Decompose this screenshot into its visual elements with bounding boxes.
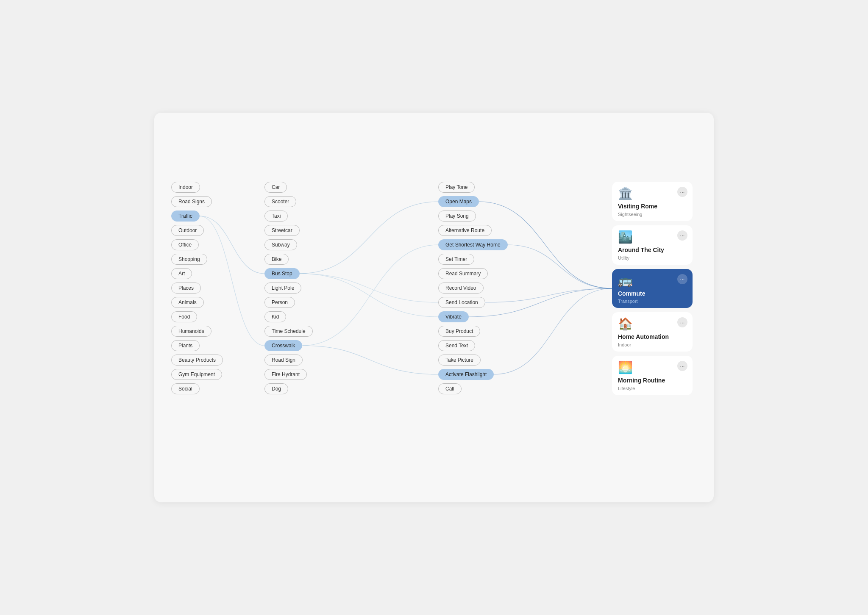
object-tag-person[interactable]: Person	[264, 297, 295, 308]
presets-column: ···🏛️Visiting RomeSightseeing···🏙️Around…	[604, 182, 697, 398]
object-tag-time-schedule[interactable]: Time Schedule	[264, 326, 313, 337]
object-tag-fire-hydrant[interactable]: Fire Hydrant	[264, 369, 307, 380]
library-tag-beauty-products[interactable]: Beauty Products	[171, 355, 223, 366]
library-tag-traffic[interactable]: Traffic	[171, 211, 200, 222]
preset-title-visiting-rome: Visiting Rome	[618, 203, 687, 210]
library-tag-food[interactable]: Food	[171, 311, 197, 322]
action-tag-set-timer[interactable]: Set Timer	[438, 254, 474, 265]
preset-icon-morning-routine: 🌅	[618, 362, 687, 374]
actions-column: Play ToneOpen MapsPlay SongAlternative R…	[430, 182, 604, 398]
action-tag-activate-flashlight[interactable]: Activate Flashlight	[438, 369, 494, 380]
library-tag-office[interactable]: Office	[171, 239, 199, 250]
action-tag-vibrate[interactable]: Vibrate	[438, 311, 469, 322]
library-tag-humanoids[interactable]: Humanoids	[171, 326, 211, 337]
object-tag-car[interactable]: Car	[264, 182, 287, 193]
object-tag-scooter[interactable]: Scooter	[264, 196, 296, 207]
main-layout: IndoorRoad SignsTrafficOutdoorOfficeShop…	[171, 182, 697, 398]
action-tag-play-tone[interactable]: Play Tone	[438, 182, 475, 193]
objects-column: CarScooterTaxiStreetcarSubwayBikeBus Sto…	[256, 182, 430, 398]
preset-icon-around-the-city: 🏙️	[618, 231, 687, 243]
library-tag-plants[interactable]: Plants	[171, 340, 200, 351]
library-tag-gym-equipment[interactable]: Gym Equipment	[171, 369, 222, 380]
preset-more-button-visiting-rome[interactable]: ···	[677, 187, 687, 197]
library-tag-art[interactable]: Art	[171, 268, 192, 279]
preset-title-home-automation: Home Automation	[618, 333, 687, 341]
action-tag-send-location[interactable]: Send Location	[438, 297, 485, 308]
preset-more-button-around-the-city[interactable]: ···	[677, 230, 687, 241]
object-tag-bike[interactable]: Bike	[264, 254, 289, 265]
action-tag-play-song[interactable]: Play Song	[438, 211, 476, 222]
action-tag-take-picture[interactable]: Take Picture	[438, 355, 481, 366]
preset-more-button-commute[interactable]: ···	[677, 274, 687, 284]
action-tag-read-summary[interactable]: Read Summary	[438, 268, 488, 279]
preset-card-morning-routine[interactable]: ···🌅Morning RoutineLifestyle	[612, 356, 693, 395]
preset-subtitle-home-automation: Indoor	[618, 342, 687, 347]
preset-subtitle-around-the-city: Utility	[618, 255, 687, 260]
library-tag-road-signs[interactable]: Road Signs	[171, 196, 212, 207]
library-tag-outdoor[interactable]: Outdoor	[171, 225, 204, 236]
action-tag-open-maps[interactable]: Open Maps	[438, 196, 479, 207]
preset-subtitle-visiting-rome: Sightseeing	[618, 212, 687, 217]
library-tag-places[interactable]: Places	[171, 283, 201, 294]
object-tag-dog[interactable]: Dog	[264, 383, 288, 394]
object-tag-subway[interactable]: Subway	[264, 239, 297, 250]
preset-card-around-the-city[interactable]: ···🏙️Around The CityUtility	[612, 225, 693, 265]
preset-card-commute[interactable]: ···🚌CommuteTransport	[612, 269, 693, 308]
libraries-section-header	[171, 168, 303, 178]
library-tag-indoor[interactable]: Indoor	[171, 182, 200, 193]
action-tag-get-shortest-way-home[interactable]: Get Shortest Way Home	[438, 239, 508, 250]
library-tag-social[interactable]: Social	[171, 383, 200, 394]
object-tag-streetcar[interactable]: Streetcar	[264, 225, 300, 236]
preset-card-visiting-rome[interactable]: ···🏛️Visiting RomeSightseeing	[612, 182, 693, 221]
action-tag-send-text[interactable]: Send Text	[438, 340, 475, 351]
preset-icon-visiting-rome: 🏛️	[618, 188, 687, 199]
libraries-column: IndoorRoad SignsTrafficOutdoorOfficeShop…	[171, 182, 256, 398]
action-tag-record-video[interactable]: Record Video	[438, 283, 484, 294]
object-tag-kid[interactable]: Kid	[264, 311, 286, 322]
objects-section-header	[303, 168, 434, 178]
library-tag-animals[interactable]: Animals	[171, 297, 204, 308]
object-tag-light-pole[interactable]: Light Pole	[264, 283, 301, 294]
action-tag-buy-product[interactable]: Buy Product	[438, 326, 480, 337]
preset-title-commute: Commute	[618, 290, 687, 297]
preset-card-home-automation[interactable]: ···🏠Home AutomationIndoor	[612, 312, 693, 352]
preset-subtitle-commute: Transport	[618, 299, 687, 304]
header	[171, 128, 697, 146]
library-tag-shopping[interactable]: Shopping	[171, 254, 207, 265]
preset-title-morning-routine: Morning Routine	[618, 377, 687, 384]
presets-section-header	[565, 168, 697, 178]
preset-more-button-morning-routine[interactable]: ···	[677, 361, 687, 371]
object-tag-taxi[interactable]: Taxi	[264, 211, 288, 222]
preset-icon-commute: 🚌	[618, 275, 687, 287]
main-card: IndoorRoad SignsTrafficOutdoorOfficeShop…	[154, 113, 714, 502]
object-tag-crosswalk[interactable]: Crosswalk	[264, 340, 302, 351]
action-tag-call[interactable]: Call	[438, 383, 462, 394]
preset-title-around-the-city: Around The City	[618, 247, 687, 254]
logo	[171, 128, 175, 146]
preset-subtitle-morning-routine: Lifestyle	[618, 386, 687, 391]
object-tag-bus-stop[interactable]: Bus Stop	[264, 268, 300, 279]
object-tag-road-sign[interactable]: Road Sign	[264, 355, 303, 366]
header-divider	[171, 156, 697, 156]
preset-icon-home-automation: 🏠	[618, 318, 687, 330]
section-headers	[171, 168, 697, 178]
action-tag-alternative-route[interactable]: Alternative Route	[438, 225, 492, 236]
actions-section-header	[434, 168, 565, 178]
